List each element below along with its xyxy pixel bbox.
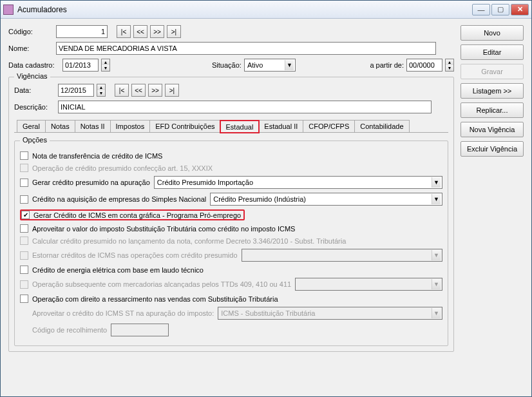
gravar-button: Gravar [461,64,524,79]
val-gerar-cred-presumido: Crédito Presumido Importação [157,179,253,186]
situacao-select[interactable]: Ativo ▼ [244,59,296,72]
window-title: Acumuladores [17,5,472,14]
opcoes-group: Opções Nota de transferência de crédito … [14,140,448,346]
novo-button[interactable]: Novo [461,25,524,41]
excluir-vigencia-button[interactable]: Excluir Vigência [461,141,524,157]
maximize-button[interactable]: ▢ [491,4,509,15]
vig-descricao-label: Descrição: [14,103,55,111]
chk-credito-aquisicao[interactable] [20,195,28,204]
tab-contab[interactable]: Contabilidade [354,120,409,132]
sel-gerar-cred-presumido[interactable]: Crédito Presumido Importação ▼ [154,176,442,189]
vig-nav-first[interactable]: |< [115,84,129,97]
apartir-spin[interactable]: ▲▼ [445,59,454,72]
chk-gerar-cred-presumido[interactable] [20,179,28,187]
vig-nav-next[interactable]: >> [148,84,162,97]
codigo-input[interactable] [56,25,108,38]
datacad-label: Data cadastro: [8,61,60,69]
chevron-down-icon: ▼ [285,60,294,70]
lbl-operacao-ressarc: Operação com direito a ressarcimento nas… [32,295,278,303]
chk-nota-transferencia[interactable] [20,151,28,160]
nav-first[interactable]: |< [117,25,131,38]
nome-label: Nome: [8,44,53,52]
tab-estadual2[interactable]: Estadual II [258,120,303,132]
vig-nav-last[interactable]: >| [165,84,179,97]
chk-estornar [20,251,28,260]
situacao-value: Ativo [247,61,263,69]
sel-credito-aquisicao[interactable]: Crédito Presumido (Indústria) ▼ [210,193,442,206]
nav-prev[interactable]: << [133,25,147,38]
window: Acumuladores — ▢ ✕ Código: |< << >> >| N… [0,0,532,397]
apartir-input[interactable] [406,59,442,72]
chevron-down-icon: ▼ [432,194,441,204]
listagem-button[interactable]: Listagem >> [461,83,524,99]
apartir-label: a partir de: [370,61,404,69]
codigo-label: Código: [8,28,53,35]
chk-operacao-ressarc[interactable] [20,295,28,303]
tab-cfop[interactable]: CFOP/CFPS [303,120,355,132]
tab-estadual[interactable]: Estadual [220,121,260,133]
situacao-label: Situação: [212,61,242,69]
chevron-down-icon: ▼ [432,177,441,188]
vig-nav-prev[interactable]: << [131,84,146,97]
lbl-gerar-credito-icms: Gerar Crédito de ICMS em conta gráfica -… [33,211,241,219]
replicar-button[interactable]: Replicar... [461,102,524,118]
lbl-aproveitar-valor: Aproveitar o valor do imposto Substituiç… [32,225,295,233]
vig-descricao-input[interactable] [58,101,432,113]
tab-notas2[interactable]: Notas II [75,120,111,132]
chk-aproveitar-valor[interactable] [20,224,28,233]
chk-credito-energia[interactable] [20,266,28,274]
codigo-recolh-input [111,324,169,336]
val-aproveitar-credito: ICMS - Substituição Tributária [221,309,315,317]
tab-geral[interactable]: Geral [17,120,46,132]
chk-operacao-subseq [20,280,28,289]
nova-vigencia-button[interactable]: Nova Vigência [461,122,524,137]
lbl-aproveitar-credito: Aproveitar o crédito do ICMS ST na apura… [32,309,214,317]
vigencias-group: Vigências Data: ▲▼ |< << >> >| Descrição… [8,77,454,352]
sel-operacao-subseq: ▼ [295,278,442,291]
tab-impostos[interactable]: Impostos [110,120,151,132]
vigencias-title: Vigências [14,72,50,80]
lbl-operacao-subseq: Operação subsequente com mercadorias alc… [32,280,291,288]
chk-gerar-credito-icms[interactable] [21,211,30,219]
vig-data-label: Data: [14,86,55,94]
lbl-codigo-recolh: Código de recolhimento [32,326,107,334]
chevron-down-icon: ▼ [432,308,441,318]
datacad-input[interactable] [62,59,99,72]
tabs: Geral Notas Notas II Impostos EFD Contri… [14,120,448,133]
vig-data-input[interactable] [58,84,94,97]
chk-operacao-cred-presumido [20,164,28,172]
val-credito-aquisicao: Crédito Presumido (Indústria) [213,195,306,203]
lbl-credito-aquisicao: Crédito na aquisição de empresas do Simp… [32,195,206,203]
close-button[interactable]: ✕ [511,4,529,15]
chk-calcular-cred [20,237,28,245]
vig-data-spin[interactable]: ▲▼ [97,84,106,97]
chevron-down-icon: ▼ [432,279,441,289]
lbl-nota-transferencia: Nota de transferência de crédito de ICMS [32,152,162,160]
lbl-estornar: Estornar créditos de ICMS nas operações … [32,251,238,259]
titlebar: Acumuladores — ▢ ✕ [1,1,531,19]
datacad-spin[interactable]: ▲▼ [101,59,110,72]
lbl-operacao-cred-presumido: Operação de crédito presumido confecção … [32,164,213,172]
minimize-button[interactable]: — [472,4,490,15]
tab-notas[interactable]: Notas [45,120,75,132]
app-icon [3,5,14,15]
lbl-calcular-cred: Calcular crédito presumido no lançamento… [32,237,346,245]
editar-button[interactable]: Editar [461,44,524,60]
tab-efd[interactable]: EFD Contribuições [149,120,220,132]
chevron-down-icon: ▼ [432,250,441,260]
opcoes-title: Opções [20,136,50,144]
sel-aproveitar-credito: ICMS - Substituição Tributária ▼ [218,307,442,320]
sel-estornar: ▼ [242,249,442,262]
lbl-gerar-cred-presumido: Gerar crédito presumido na apuração [32,179,150,186]
lbl-credito-energia: Crédito de energia elétrica com base em … [32,266,204,274]
nav-last[interactable]: >| [167,25,181,38]
nav-next[interactable]: >> [150,25,164,38]
nome-input[interactable] [56,42,436,55]
